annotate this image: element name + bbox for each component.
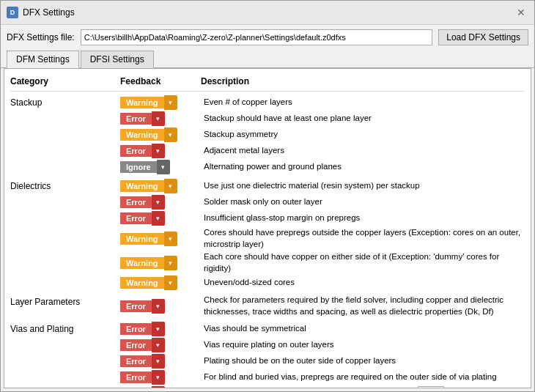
badge-label: Ignore xyxy=(120,161,157,173)
feedback-dropdown-arrow[interactable]: ▾ xyxy=(157,160,170,174)
feedback-dropdown-arrow[interactable]: ▾ xyxy=(152,144,165,158)
description-cell-1-3: Cores should have prepregs outside the c… xyxy=(201,227,525,250)
description-cell-1-4: Each core should have copper on either s… xyxy=(201,251,525,274)
table-header: Category Feedback Description xyxy=(10,75,525,92)
feedback-dropdown-arrow[interactable]: ▾ xyxy=(164,127,177,142)
description-cell-0-2: Stackup asymmetry xyxy=(201,129,525,141)
description-cell-1-0: Use just one dielectric material (resin … xyxy=(201,180,525,192)
window: D DFX Settings ✕ DFX Settings file: Load… xyxy=(0,0,535,392)
badge-label: Error xyxy=(120,196,152,208)
header-category: Category xyxy=(10,76,120,86)
feedback-badge-error: Error▾ xyxy=(120,195,165,210)
close-button[interactable]: ✕ xyxy=(514,5,528,20)
category-label-0 xyxy=(10,144,120,146)
settings-file-row: DFX Settings file: Load DFX Settings xyxy=(1,25,534,50)
description-cell-0-4: Alternating power and ground planes xyxy=(201,161,525,173)
table-row: Warning▾Cores should have prepregs outsi… xyxy=(10,226,525,251)
badge-label: Error xyxy=(120,300,152,312)
feedback-cell-0-3: Error▾ xyxy=(120,144,201,158)
description-cell-2-0: Check for parameters required by the fie… xyxy=(201,295,525,317)
content-area: Category Feedback Description StackupWar… xyxy=(4,68,531,388)
feedback-dropdown-arrow[interactable]: ▾ xyxy=(164,95,177,110)
feedback-badge-error: Error▾ xyxy=(120,322,165,336)
table-row: Error▾For blind and buried vias, prepreg… xyxy=(10,369,525,385)
description-cell-3-3: For blind and buried vias, prepregs are … xyxy=(201,371,525,383)
feedback-dropdown-arrow[interactable]: ▾ xyxy=(152,211,165,226)
category-label-1 xyxy=(10,211,120,213)
feedback-cell-1-0: Warning▾ xyxy=(120,179,201,193)
feedback-cell-1-1: Error▾ xyxy=(120,195,201,210)
category-label-3: Vias and Plating xyxy=(10,322,120,334)
table-row: Warning▾Stackup asymmetry xyxy=(10,127,525,143)
tabs-bar: DFM Settings DFSI Settings xyxy=(1,50,534,68)
feedback-dropdown-arrow[interactable]: ▾ xyxy=(152,195,165,210)
feedback-badge-error: Error▾ xyxy=(120,386,165,388)
table-row: Error▾Maximum aspect ratio (via-hole len… xyxy=(10,385,525,388)
feedback-cell-0-0: Warning▾ xyxy=(120,95,201,110)
feedback-badge-error: Error▾ xyxy=(120,144,165,158)
category-label-1 xyxy=(10,227,120,229)
feedback-cell-3-3: Error▾ xyxy=(120,370,201,385)
table-row: DielectricsWarning▾Use just one dielectr… xyxy=(10,178,525,194)
feedback-dropdown-arrow[interactable]: ▾ xyxy=(152,111,165,126)
description-cell-0-0: Even # of copper layers xyxy=(201,97,525,108)
table-row: Error▾Adjacent metal layers xyxy=(10,143,525,159)
badge-label: Error xyxy=(120,388,152,388)
window-title: DFX Settings xyxy=(23,7,75,18)
description-cell-1-5: Uneven/odd-sized cores xyxy=(201,277,525,289)
feedback-badge-error: Error▾ xyxy=(120,299,165,314)
category-label-0 xyxy=(10,127,120,130)
category-label-3 xyxy=(10,354,120,356)
badge-label: Error xyxy=(120,371,152,383)
category-label-3 xyxy=(10,386,120,388)
feedback-badge-warning: Warning▾ xyxy=(120,95,177,110)
feedback-dropdown-arrow[interactable]: ▾ xyxy=(152,322,165,336)
header-description: Description xyxy=(201,76,525,86)
feedback-dropdown-arrow[interactable]: ▾ xyxy=(152,299,165,314)
feedback-badge-error: Error▾ xyxy=(120,338,165,352)
feedback-cell-0-1: Error▾ xyxy=(120,111,201,126)
feedback-dropdown-arrow[interactable]: ▾ xyxy=(164,179,177,193)
settings-file-label: DFX Settings file: xyxy=(7,32,75,42)
table-row: Error▾Plating should be on the outer sid… xyxy=(10,353,525,369)
feedback-cell-1-2: Error▾ xyxy=(120,211,201,226)
title-bar: D DFX Settings ✕ xyxy=(1,1,534,25)
feedback-dropdown-arrow[interactable]: ▾ xyxy=(152,386,165,388)
feedback-dropdown-arrow[interactable]: ▾ xyxy=(164,232,177,246)
table-row: StackupWarning▾Even # of copper layers xyxy=(10,95,525,111)
description-text: Maximum aspect ratio (via-hole length to… xyxy=(204,388,412,388)
feedback-dropdown-arrow[interactable]: ▾ xyxy=(164,256,177,270)
badge-label: Warning xyxy=(120,129,164,141)
feedback-dropdown-arrow[interactable]: ▾ xyxy=(152,370,165,385)
badge-label: Error xyxy=(120,113,152,125)
table-row: Ignore▾Alternating power and ground plan… xyxy=(10,159,525,175)
badge-label: Warning xyxy=(120,97,164,108)
badge-label: Warning xyxy=(120,180,164,192)
category-label-3 xyxy=(10,370,120,372)
feedback-badge-warning: Warning▾ xyxy=(120,179,177,193)
feedback-badge-error: Error▾ xyxy=(120,211,165,226)
feedback-dropdown-arrow[interactable]: ▾ xyxy=(164,275,177,290)
settings-file-input[interactable] xyxy=(81,29,433,45)
tab-dfm-settings[interactable]: DFM Settings xyxy=(7,51,79,68)
feedback-badge-error: Error▾ xyxy=(120,354,165,369)
badge-label: Warning xyxy=(120,257,164,269)
feedback-cell-1-5: Warning▾ xyxy=(120,275,201,290)
badge-label: Warning xyxy=(120,233,164,245)
category-label-1 xyxy=(10,275,120,278)
feedback-badge-error: Error▾ xyxy=(120,111,165,126)
description-cell-3-2: Plating should be on the outer side of c… xyxy=(201,355,525,367)
description-cell-3-0: Vias should be symmetrical xyxy=(201,323,525,335)
table-row: Error▾Insufficient glass-stop margin on … xyxy=(10,210,525,226)
aspect-ratio-cell: Maximum aspect ratio (via-hole length to… xyxy=(204,386,525,388)
description-cell-3-4: Maximum aspect ratio (via-hole length to… xyxy=(201,386,525,388)
tab-dfsi-settings[interactable]: DFSI Settings xyxy=(81,51,154,68)
description-cell-0-3: Adjacent metal layers xyxy=(201,145,525,157)
badge-label: Error xyxy=(120,212,152,224)
feedback-dropdown-arrow[interactable]: ▾ xyxy=(152,354,165,369)
table-row: Vias and PlatingError▾Vias should be sym… xyxy=(10,321,525,337)
feedback-cell-3-2: Error▾ xyxy=(120,354,201,369)
load-settings-button[interactable]: Load DFX Settings xyxy=(438,29,528,45)
aspect-ratio-input[interactable] xyxy=(418,386,444,388)
feedback-dropdown-arrow[interactable]: ▾ xyxy=(152,338,165,352)
